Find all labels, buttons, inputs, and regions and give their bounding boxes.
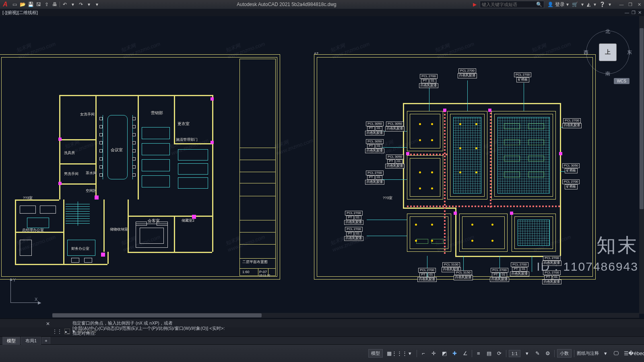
- qat-undo-dropdown-icon[interactable]: ▾: [70, 1, 76, 8]
- ceiling-plan: ??3室 PCL 2700PT01白色乳胶漆 PCL 2700白色乳胶漆 PCL…: [339, 79, 576, 268]
- window-minimize-button[interactable]: —: [618, 2, 625, 7]
- qat-saveas-icon[interactable]: 🖫: [35, 1, 42, 8]
- room-label: 储藏室2: [182, 218, 194, 223]
- qat-redo-dropdown-icon[interactable]: ▾: [86, 1, 92, 8]
- tab-add[interactable]: +: [42, 337, 50, 344]
- window-close-button[interactable]: ✕: [636, 2, 642, 7]
- lineweight-icon[interactable]: ≡: [475, 350, 483, 358]
- qat-open-icon[interactable]: 📂: [19, 1, 26, 8]
- viewport-restore-button[interactable]: ❐: [632, 10, 636, 15]
- annotation-icon[interactable]: ✎: [533, 350, 541, 358]
- viewport-close-button[interactable]: ✕: [638, 10, 642, 15]
- help-dropdown-icon[interactable]: ▾: [609, 2, 611, 7]
- window-restore-button[interactable]: ❐: [627, 2, 634, 7]
- command-history-line: 指定窗口的角点，输入比例因子 (nX 或 nXP)，或者: [72, 321, 225, 326]
- a360-dropdown-icon[interactable]: ▾: [594, 2, 596, 7]
- titleblock-scale: 1:60: [242, 270, 250, 274]
- ceiling-tag: PCL 2700白色乳胶漆: [562, 118, 582, 128]
- room-label: 洗具房: [64, 150, 75, 156]
- snap-dropdown-icon[interactable]: ▾: [406, 350, 414, 358]
- help-icon[interactable]: ❔: [599, 2, 605, 7]
- osnap-icon[interactable]: ✚: [451, 350, 459, 358]
- room-label: 营销部: [151, 110, 163, 116]
- app-title: Autodesk AutoCAD 2021 5b2a4d984818c.dwg: [103, 2, 471, 7]
- ceiling-tag: PCL 3050矿棉板: [562, 163, 580, 173]
- qat-export-icon[interactable]: ⇪: [43, 1, 50, 8]
- drawing-canvas[interactable]: 知末网www.znzmo.com 知末网www.znzmo.com 知末网www…: [0, 16, 644, 319]
- room-label: 施清管理部门: [176, 137, 198, 142]
- quick-access-toolbar: ▭ 📂 💾 🖫 ⇪ 🖶 ↶ ▾ ↷ ▾ ▾: [11, 1, 100, 8]
- snap-mode-icon[interactable]: ⋮⋮⋮: [396, 350, 404, 358]
- view-cube-east[interactable]: 东: [627, 49, 632, 56]
- infocenter-arrow-icon: ▶: [473, 2, 477, 7]
- cart-dropdown-icon[interactable]: ▾: [581, 2, 584, 7]
- ceiling-tag: PCL 2700矿棉板: [514, 72, 531, 82]
- monitor-icon[interactable]: 🖵: [612, 350, 620, 358]
- infocenter-search[interactable]: 🔍: [480, 1, 544, 8]
- qat-redo-icon[interactable]: ↷: [78, 1, 84, 8]
- qat-customize-dropdown-icon[interactable]: ▾: [94, 1, 100, 8]
- status-scale[interactable]: 1:1: [509, 350, 520, 357]
- qat-plot-icon[interactable]: 🖶: [52, 1, 58, 8]
- ceiling-tag: PCL 2700PT01白色乳胶漆: [419, 74, 438, 88]
- wcs-label[interactable]: WCS: [614, 78, 630, 84]
- sheet-frame-1: 二层平面布置图 1:60 P-07 15.11.10: [0, 54, 280, 280]
- viewport-minimize-button[interactable]: —: [625, 10, 629, 15]
- search-icon[interactable]: 🔍: [536, 2, 542, 7]
- status-model-button[interactable]: 模型: [368, 349, 383, 358]
- cart-icon[interactable]: 🛒: [572, 2, 578, 7]
- a360-icon[interactable]: ◭: [587, 2, 590, 7]
- command-close-icon[interactable]: ✕: [46, 321, 50, 327]
- scale-dropdown-icon[interactable]: ▾: [523, 350, 531, 358]
- brand-watermark: 知末: [597, 232, 638, 258]
- isoplane-icon[interactable]: ◩: [440, 350, 448, 358]
- command-handle-icon[interactable]: ⋮⋮: [52, 329, 62, 334]
- ceiling-tag: PCL 3050PT01白色乳胶漆: [365, 121, 384, 136]
- ceiling-tag: PCL 3050PT01白色乳胶漆: [365, 139, 384, 153]
- view-cube-north[interactable]: 北: [605, 28, 610, 35]
- titleblock-drawing-title: 二层平面布置图: [242, 259, 268, 265]
- clean-screen-icon[interactable]: �ébec: [633, 350, 641, 358]
- command-prompt-icon[interactable]: ▸_: [64, 329, 70, 334]
- sheet-frame-2: ??3室 PCL 2700PT01白色乳胶漆 PCL 2700白色乳胶漆 PCL…: [314, 54, 596, 280]
- viewport-label[interactable]: [-][俯视][二维线框]: [2, 10, 38, 16]
- gear-icon[interactable]: ⚙: [544, 350, 552, 358]
- room-label: 男洗手间: [64, 171, 78, 177]
- ceiling-tag: PCL 2700矿棉板: [562, 179, 580, 189]
- transparency-icon[interactable]: ▤: [485, 350, 493, 358]
- tab-layout1[interactable]: 布局1: [21, 337, 41, 345]
- status-bar: 模型 ▦ ⋮⋮⋮ ▾ ⌐ ✛ ◩ ✚ ∠ ≡ ▤ ⟳ 1:1 ▾ ✎ ⚙ 小数 …: [0, 344, 644, 362]
- vertical-scrollbar-thumb[interactable]: [640, 28, 644, 209]
- room-label: 总经理办公室: [22, 228, 44, 233]
- qat-undo-icon[interactable]: ↶: [62, 1, 68, 8]
- ortho-icon[interactable]: ⌐: [419, 350, 427, 358]
- horizontal-scrollbar[interactable]: [52, 313, 639, 318]
- workspace-dropdown-icon[interactable]: ▾: [601, 350, 609, 358]
- room-label: 储物收纳室: [110, 227, 128, 232]
- ceiling-tag: PCL 2700PT01白色乳胶漆: [344, 227, 363, 241]
- titleblock-date: 15.11.10: [259, 274, 270, 277]
- qat-new-icon[interactable]: ▭: [11, 1, 18, 8]
- otrack-icon[interactable]: ∠: [461, 350, 469, 358]
- ceiling-tag: PCL 2700PT01白色乳胶漆: [490, 268, 509, 282]
- tab-model[interactable]: 模型: [2, 337, 20, 345]
- room-label: 女洗手间: [80, 112, 95, 117]
- vertical-scrollbar[interactable]: [639, 16, 644, 314]
- ceiling-tag: PCL 2700PT01白色乳胶漆: [510, 262, 529, 276]
- viewport-header: [-][俯视][二维线框] — ❐ ✕: [0, 9, 644, 16]
- workspace-label[interactable]: 图纸与注释: [577, 350, 599, 356]
- view-cube-face[interactable]: 上: [599, 43, 617, 61]
- polar-icon[interactable]: ✛: [430, 350, 438, 358]
- command-history-line: 指定对角点:: [72, 331, 225, 336]
- view-cube-south[interactable]: 南: [605, 70, 610, 77]
- horizontal-scrollbar-thumb[interactable]: [52, 313, 262, 317]
- user-dropdown-icon[interactable]: ▾: [566, 2, 569, 7]
- command-area: ✕ 指定窗口的角点，输入比例因子 (nX 或 nXP)，或者 [全部(A)/中心…: [0, 319, 644, 336]
- ceiling-tag: PCL 2700白色乳胶漆: [542, 256, 561, 266]
- qat-save-icon[interactable]: 💾: [27, 1, 34, 8]
- cycling-icon[interactable]: ⟳: [495, 350, 504, 358]
- user-login[interactable]: 👤 登录 ▾: [547, 1, 569, 8]
- status-units[interactable]: 小数: [557, 349, 572, 358]
- infocenter-search-input[interactable]: [482, 2, 535, 7]
- ucs-icon: ▲▶ YX: [6, 278, 39, 311]
